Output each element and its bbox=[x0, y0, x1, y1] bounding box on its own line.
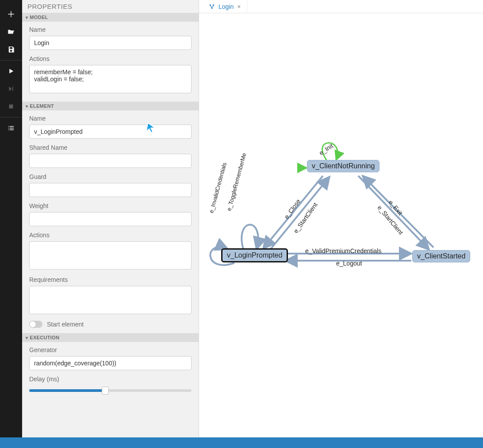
generator-label: Generator bbox=[29, 346, 192, 353]
panel-title: PROPERTIES bbox=[22, 0, 199, 13]
model-actions-input[interactable] bbox=[29, 65, 192, 93]
element-name-label: Name bbox=[29, 115, 192, 122]
start-element-label: Start element bbox=[47, 321, 84, 328]
tab-label: Login bbox=[218, 3, 234, 10]
graph-canvas[interactable]: v_ClientNotRunning v_LoginPrompted v_Cli… bbox=[199, 13, 483, 437]
branch-icon bbox=[209, 4, 215, 10]
edge-logout: e_Logout bbox=[336, 260, 362, 267]
model-name-input[interactable] bbox=[29, 36, 192, 50]
element-actions-input[interactable] bbox=[29, 241, 192, 270]
section-execution-header[interactable]: EXECUTION bbox=[22, 333, 199, 342]
start-element-toggle[interactable] bbox=[29, 321, 42, 328]
tool-sidebar bbox=[0, 0, 22, 437]
section-element-header[interactable]: ELEMENT bbox=[22, 102, 199, 110]
node-client-not-running[interactable]: v_ClientNotRunning bbox=[307, 160, 380, 172]
element-name-input[interactable] bbox=[29, 125, 192, 139]
svg-point-1 bbox=[213, 4, 214, 5]
step-button[interactable] bbox=[0, 80, 22, 98]
graph-edges bbox=[199, 13, 483, 437]
element-actions-label: Actions bbox=[29, 232, 192, 239]
guard-input[interactable] bbox=[29, 183, 192, 197]
chevron-down-icon bbox=[26, 335, 28, 340]
edge-valid-premium: e_ValidPremiumCredentials bbox=[305, 247, 381, 254]
tab-close-icon[interactable]: × bbox=[237, 3, 241, 10]
tab-bar: Login × bbox=[199, 0, 483, 13]
new-button[interactable] bbox=[0, 5, 22, 23]
svg-point-0 bbox=[210, 4, 211, 5]
status-bar bbox=[0, 437, 483, 448]
generator-input[interactable] bbox=[29, 356, 192, 370]
tab-login[interactable]: Login × bbox=[203, 0, 247, 13]
model-actions-label: Actions bbox=[29, 55, 192, 62]
model-name-label: Name bbox=[29, 26, 192, 33]
delay-label: Delay (ms) bbox=[29, 376, 192, 383]
shared-name-label: Shared Name bbox=[29, 144, 192, 151]
svg-point-2 bbox=[211, 8, 212, 8]
section-model-header[interactable]: MODEL bbox=[22, 13, 199, 22]
shared-name-input[interactable] bbox=[29, 154, 192, 168]
open-button[interactable] bbox=[0, 23, 22, 41]
guard-label: Guard bbox=[29, 173, 192, 180]
stop-button[interactable] bbox=[0, 98, 22, 115]
properties-panel: PROPERTIES MODEL Name Actions ELEMENT Na… bbox=[22, 0, 199, 437]
list-button[interactable] bbox=[0, 119, 22, 137]
weight-label: Weight bbox=[29, 202, 192, 209]
canvas-area[interactable]: Login × bbox=[199, 0, 483, 437]
chevron-down-icon bbox=[26, 15, 28, 20]
weight-input[interactable] bbox=[29, 212, 192, 226]
chevron-down-icon bbox=[26, 103, 28, 109]
delay-slider[interactable] bbox=[29, 385, 192, 396]
node-client-started[interactable]: v_ClientStarted bbox=[412, 250, 470, 262]
requirements-input[interactable] bbox=[29, 286, 192, 314]
play-button[interactable] bbox=[0, 62, 22, 80]
save-button[interactable] bbox=[0, 41, 22, 58]
node-login-prompted[interactable]: v_LoginPrompted bbox=[221, 248, 288, 262]
requirements-label: Requirements bbox=[29, 276, 192, 283]
